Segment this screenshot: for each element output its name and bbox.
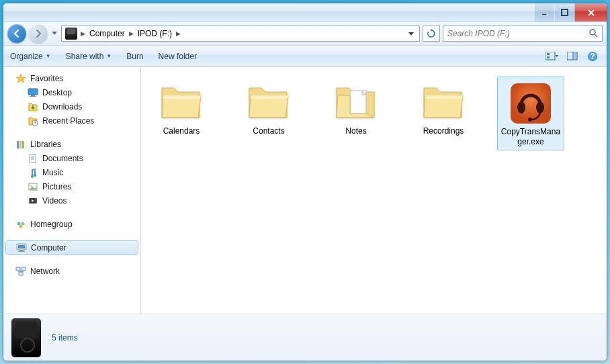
sidebar-label: Favorites [30, 74, 63, 83]
refresh-button[interactable] [423, 26, 440, 42]
svg-point-43 [528, 118, 532, 122]
maximize-button[interactable] [554, 3, 574, 21]
sidebar-downloads[interactable]: Downloads [3, 99, 140, 113]
svg-rect-18 [19, 141, 21, 148]
sidebar-computer[interactable]: Computer [5, 240, 138, 255]
sidebar-label: Network [30, 267, 60, 276]
newfolder-button[interactable]: New folder [159, 52, 197, 61]
history-dropdown[interactable] [50, 27, 58, 40]
organize-menu[interactable]: Organize▼ [10, 52, 51, 61]
chevron-right-icon[interactable]: ▶ [176, 30, 181, 37]
svg-point-42 [536, 101, 544, 113]
details-pane: 5 items [3, 314, 607, 361]
folder-icon [245, 79, 292, 126]
sidebar-label: Music [42, 168, 63, 177]
minimize-button[interactable] [534, 3, 554, 21]
burn-button[interactable]: Burn [126, 52, 143, 61]
svg-rect-40 [511, 83, 551, 124]
svg-rect-27 [29, 198, 30, 203]
svg-rect-0 [541, 13, 547, 15]
sidebar-videos[interactable]: Videos [3, 193, 140, 208]
sidebar-homegroup[interactable]: Homegroup [3, 217, 140, 231]
file-copytransmanager[interactable]: CopyTransManager.exe [497, 77, 564, 150]
breadcrumb-computer[interactable]: Computer [87, 28, 128, 40]
homegroup-icon [15, 219, 26, 230]
burn-label: Burn [126, 52, 143, 61]
svg-point-31 [19, 224, 23, 228]
svg-rect-34 [19, 250, 24, 251]
pictures-icon [28, 181, 38, 192]
svg-rect-17 [17, 141, 19, 148]
chevron-right-icon[interactable]: ▶ [129, 30, 134, 37]
computer-icon [16, 242, 27, 253]
file-list[interactable]: Calendars Contacts Notes Recordings Copy… [141, 67, 607, 314]
back-button[interactable] [7, 24, 26, 43]
sidebar-documents[interactable]: Documents [3, 151, 140, 165]
svg-text:?: ? [590, 52, 595, 61]
sidebar-label: Recent Places [42, 116, 94, 126]
folder-recordings[interactable]: Recordings [410, 77, 477, 150]
address-bar[interactable]: ▶ Computer ▶ IPOD (F:) ▶ [61, 26, 420, 42]
network-icon [15, 266, 26, 277]
sidebar-label: Libraries [30, 140, 61, 149]
libraries-icon [15, 139, 26, 150]
sidebar-pictures[interactable]: Pictures [3, 179, 140, 193]
titlebar[interactable] [3, 3, 607, 22]
close-button[interactable] [574, 3, 607, 21]
sidebar-recent[interactable]: Recent Places [3, 113, 140, 128]
sidebar-libraries[interactable]: Libraries [3, 137, 140, 151]
search-icon[interactable] [589, 28, 598, 40]
svg-point-41 [517, 101, 525, 113]
sidebar-music[interactable]: Music [3, 165, 140, 179]
folder-icon [420, 79, 467, 126]
forward-button[interactable] [29, 24, 48, 43]
sidebar-desktop[interactable]: Desktop [3, 85, 140, 99]
star-icon [15, 73, 26, 84]
sidebar-label: Pictures [42, 182, 71, 191]
help-button[interactable]: ? [585, 50, 600, 63]
file-label: Calendars [163, 126, 200, 136]
folder-contacts[interactable]: Contacts [235, 77, 302, 150]
explorer-window: ▶ Computer ▶ IPOD (F:) ▶ Organize▼ Share… [3, 3, 607, 361]
sidebar-label: Documents [42, 154, 83, 163]
svg-rect-14 [31, 95, 35, 96]
chevron-right-icon[interactable]: ▶ [81, 30, 85, 37]
svg-rect-15 [30, 96, 36, 97]
search-box[interactable] [443, 26, 603, 42]
videos-icon [28, 195, 38, 206]
svg-point-2 [590, 30, 595, 35]
preview-pane-button[interactable] [565, 50, 580, 63]
toolbar: Organize▼ Share with▼ Burn New folder ? [3, 46, 607, 67]
share-menu[interactable]: Share with▼ [66, 52, 112, 61]
sidebar-favorites[interactable]: Favorites [3, 71, 140, 85]
view-options-button[interactable] [545, 50, 560, 63]
sidebar-label: Homegroup [30, 220, 73, 229]
folder-notes[interactable]: Notes [322, 77, 390, 150]
folder-calendars[interactable]: Calendars [148, 77, 215, 150]
search-input[interactable] [447, 29, 589, 38]
ipod-icon [11, 318, 41, 357]
sidebar-label: Computer [31, 243, 67, 253]
svg-rect-6 [547, 56, 550, 58]
nav-bar: ▶ Computer ▶ IPOD (F:) ▶ [3, 22, 607, 46]
share-label: Share with [66, 52, 104, 61]
documents-icon [28, 153, 38, 164]
sidebar-label: Desktop [42, 88, 72, 97]
folder-icon [333, 79, 380, 126]
svg-rect-37 [21, 267, 26, 271]
svg-rect-1 [562, 9, 568, 15]
newfolder-label: New folder [159, 52, 197, 61]
svg-rect-5 [547, 53, 550, 55]
drive-icon [65, 28, 77, 40]
sidebar-network[interactable]: Network [3, 264, 140, 278]
breadcrumb-ipod[interactable]: IPOD (F:) [135, 28, 175, 40]
organize-label: Organize [10, 52, 43, 61]
svg-rect-28 [36, 198, 37, 203]
address-dropdown[interactable] [404, 29, 418, 38]
svg-point-30 [21, 222, 25, 225]
svg-line-3 [595, 34, 597, 37]
svg-rect-36 [16, 267, 20, 271]
svg-rect-19 [22, 141, 24, 148]
recent-icon [28, 116, 38, 126]
svg-rect-20 [30, 154, 36, 163]
